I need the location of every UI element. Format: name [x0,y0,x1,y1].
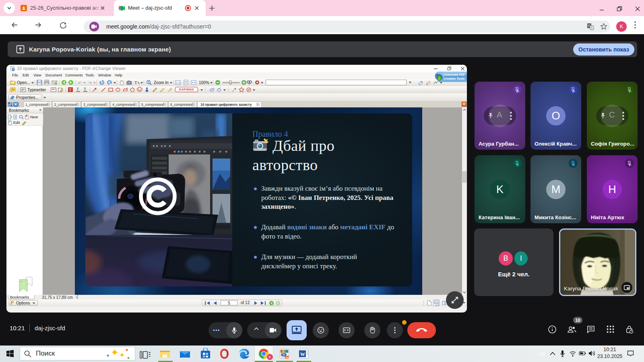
svg-text:1:1: 1:1 [176,81,180,84]
svg-text:T: T [84,87,86,91]
svg-text:T: T [134,80,137,85]
svg-text:PDF: PDF [285,356,290,359]
svg-text:W: W [300,352,305,357]
svg-text:T: T [76,87,79,91]
svg-text:T: T [69,88,72,92]
